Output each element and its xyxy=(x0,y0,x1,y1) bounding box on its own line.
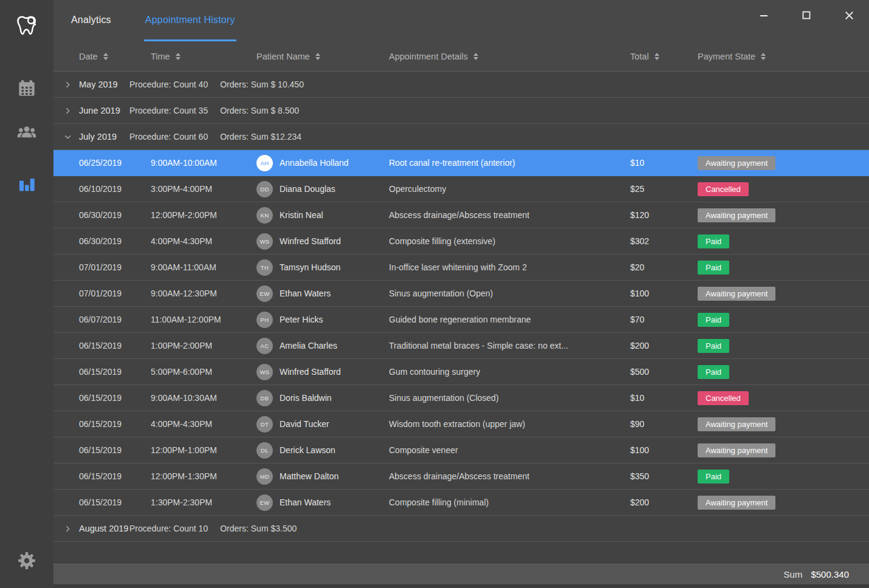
chevron-right-icon[interactable] xyxy=(63,80,72,89)
group-procedure: Procedure: Count 35 xyxy=(129,106,208,115)
column-header-label: Appointment Details xyxy=(389,52,468,61)
chevron-right-icon[interactable] xyxy=(63,524,72,533)
row-total: $25 xyxy=(630,176,644,202)
row-total: $200 xyxy=(630,333,649,358)
avatar: WS xyxy=(256,233,273,250)
appointment-details: Wisdom tooth extraction (upper jaw) xyxy=(389,411,525,437)
appointment-details: Composite filling (extensive) xyxy=(389,228,495,254)
appointment-row[interactable]: 06/15/201912:00PM-1:30PMMDMatthew Dalton… xyxy=(53,463,869,490)
appointment-row[interactable]: 06/15/20191:30PM-2:30PMEWEthan WatersCom… xyxy=(53,490,869,516)
group-orders: Orders: Sum $ 8.500 xyxy=(220,106,299,115)
close-button[interactable] xyxy=(841,7,857,23)
appointment-row[interactable]: 06/15/20195:00PM-6:00PMWSWinfred Staffor… xyxy=(53,359,869,385)
appointment-row[interactable]: 06/25/20199:00AM-10:00AMAHAnnabella Holl… xyxy=(53,150,869,176)
column-header-patient-name[interactable]: Patient Name xyxy=(256,41,320,71)
appointment-row[interactable]: 06/30/20194:00PM-4:30PMWSWinfred Staffor… xyxy=(53,228,869,255)
patient-name: Amelia Charles xyxy=(280,333,337,358)
row-total: $100 xyxy=(630,281,649,306)
row-total: $100 xyxy=(630,437,649,463)
column-header-total[interactable]: Total xyxy=(630,41,659,71)
payment-state-badge: Paid xyxy=(698,313,729,327)
patient-name: Peter Hicks xyxy=(280,307,323,332)
tooth-search-logo-icon xyxy=(0,12,53,39)
column-header-appointment-details[interactable]: Appointment Details xyxy=(389,41,478,71)
group-row[interactable]: May 2019Procedure: Count 40Orders: Sum $… xyxy=(53,72,869,98)
column-header-label: Time xyxy=(151,52,170,61)
avatar: DL xyxy=(256,442,273,459)
sum-bar: Sum $500.340 xyxy=(53,564,869,584)
appointment-details: Gum contouring surgery xyxy=(389,359,480,385)
column-header-payment-state[interactable]: Payment State xyxy=(698,41,766,71)
patient-name: Winfred Stafford xyxy=(280,359,341,385)
maximize-button[interactable] xyxy=(799,7,814,23)
row-time: 12:00PM-1:00PM xyxy=(151,437,217,463)
avatar: TH xyxy=(256,259,273,276)
column-header-label: Patient Name xyxy=(256,52,310,61)
column-header-date[interactable]: Date xyxy=(79,41,108,71)
appointment-row[interactable]: 07/01/20199:00AM-12:30PMEWEthan WatersSi… xyxy=(53,281,869,307)
appointment-details: Composite filling (minimal) xyxy=(389,490,489,515)
appointment-row[interactable]: 06/15/20194:00PM-4:30PMDTDavid TuckerWis… xyxy=(53,411,869,437)
row-time: 1:30PM-2:30PM xyxy=(151,490,212,515)
appointment-row[interactable]: 06/15/20191:00PM-2:00PMACAmelia CharlesT… xyxy=(53,333,869,359)
appointment-row[interactable]: 06/15/20199:00AM-10:30AMDBDoris BaldwinS… xyxy=(53,385,869,411)
group-row[interactable]: June 2019Procedure: Count 35Orders: Sum … xyxy=(53,98,869,124)
sidebar-item-patients[interactable] xyxy=(0,122,53,143)
sum-label: Sum xyxy=(784,569,803,579)
row-date: 06/15/2019 xyxy=(79,333,122,358)
appointment-details: Guided bone regeneration membrane xyxy=(389,307,531,332)
payment-state-badge: Paid xyxy=(698,234,729,248)
column-header-time[interactable]: Time xyxy=(151,41,180,71)
row-time: 3:00PM-4:00PM xyxy=(151,176,212,202)
group-row[interactable]: August 2019Procedure: Count 10Orders: Su… xyxy=(53,516,869,542)
appointment-row[interactable]: 06/15/201912:00PM-1:00PMDLDerick LawsonC… xyxy=(53,437,869,463)
group-row[interactable]: July 2019Procedure: Count 60Orders: Sum … xyxy=(53,124,869,150)
avatar: MD xyxy=(256,468,273,485)
sort-arrows-icon xyxy=(473,53,478,60)
payment-state-badge: Cancelled xyxy=(698,182,749,196)
tab-analytics[interactable]: Analytics xyxy=(70,0,112,41)
chevron-right-icon[interactable] xyxy=(63,106,72,115)
row-date: 06/30/2019 xyxy=(79,202,122,228)
payment-state-badge: Awaiting payment xyxy=(698,496,775,510)
patient-name: Doris Baldwin xyxy=(280,385,332,411)
row-date: 06/10/2019 xyxy=(79,176,122,202)
sidebar-item-calendar[interactable] xyxy=(0,78,53,98)
row-date: 06/15/2019 xyxy=(79,385,122,411)
payment-state-badge: Paid xyxy=(698,365,729,379)
appointment-row[interactable]: 06/30/201912:00PM-2:00PMKNKristin NealAb… xyxy=(53,202,869,228)
column-header-label: Total xyxy=(630,52,649,61)
chevron-down-icon[interactable] xyxy=(63,132,72,141)
row-date: 06/07/2019 xyxy=(79,307,122,332)
row-total: $200 xyxy=(630,490,649,515)
sidebar-item-analytics[interactable] xyxy=(0,173,53,193)
row-date: 06/30/2019 xyxy=(79,228,122,254)
column-header-label: Payment State xyxy=(698,52,755,61)
appointment-row[interactable]: 06/07/201911:00AM-12:00PMPHPeter HicksGu… xyxy=(53,307,869,333)
minimize-button[interactable] xyxy=(756,7,772,23)
row-total: $70 xyxy=(630,307,644,332)
column-header-label: Date xyxy=(79,52,98,61)
patient-name: Tamsyn Hudson xyxy=(280,255,340,280)
sort-arrows-icon xyxy=(176,53,180,60)
appointment-details: Root canal re-treatment (anterior) xyxy=(389,150,515,176)
row-total: $10 xyxy=(630,150,644,176)
tab-appointment-history[interactable]: Appointment History xyxy=(144,0,236,41)
patient-name: Derick Lawson xyxy=(280,437,335,463)
row-time: 12:00PM-1:30PM xyxy=(151,463,217,489)
group-month: August 2019 xyxy=(79,524,129,533)
sidebar-item-settings[interactable] xyxy=(0,550,53,571)
row-time: 9:00AM-10:00AM xyxy=(151,150,217,176)
avatar: AH xyxy=(256,155,273,171)
row-total: $500 xyxy=(630,359,649,385)
patient-name: David Tucker xyxy=(280,411,329,437)
row-time: 5:00PM-6:00PM xyxy=(151,359,212,385)
payment-state-badge: Awaiting payment xyxy=(698,443,775,457)
appointment-row[interactable]: 07/01/20199:00AM-11:00AMTHTamsyn HudsonI… xyxy=(53,255,869,281)
appointment-row[interactable]: 06/10/20193:00PM-4:00PMDDDiana DouglasOp… xyxy=(53,176,869,202)
row-date: 06/15/2019 xyxy=(79,463,122,489)
sort-arrows-icon xyxy=(315,53,320,60)
row-total: $20 xyxy=(630,255,644,280)
titlebar: Analytics Appointment History xyxy=(53,0,869,41)
minimize-icon xyxy=(759,10,769,20)
